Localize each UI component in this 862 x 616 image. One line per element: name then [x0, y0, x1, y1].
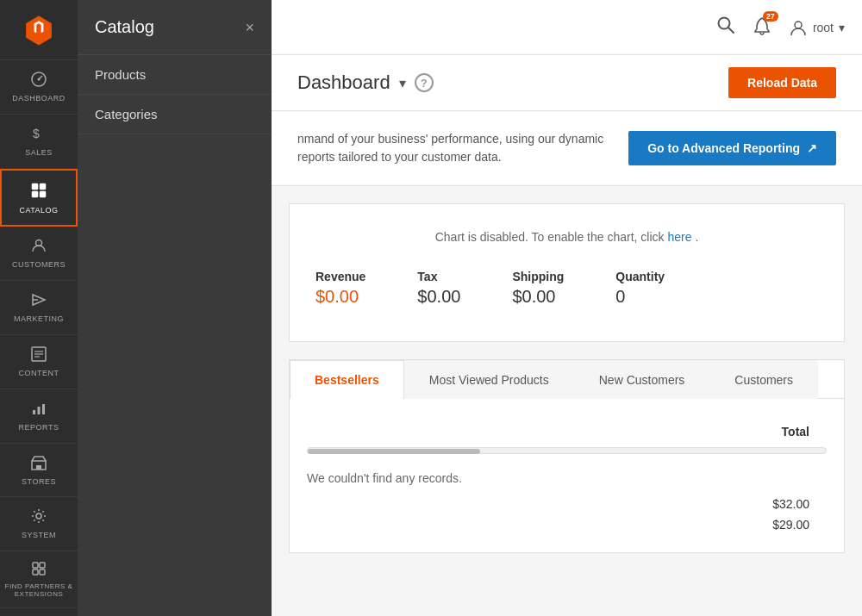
system-icon: [30, 507, 47, 527]
tab-new-customers[interactable]: New Customers: [574, 360, 710, 399]
stat-quantity: Quantity 0: [615, 270, 665, 307]
price-row-2: $29.00: [307, 514, 827, 535]
stores-icon: [30, 454, 47, 474]
page-title-bar: Dashboard ▾ ? Reload Data: [272, 55, 862, 111]
sidebar-item-marketing[interactable]: MARKETING: [0, 281, 78, 335]
stat-shipping: Shipping $0.00: [512, 270, 564, 307]
content-icon: [30, 345, 47, 365]
price-row-1: $32.00: [307, 494, 827, 514]
svg-line-25: [728, 28, 734, 33]
scrollbar-thumb: [308, 449, 480, 454]
external-link-icon: ↗: [807, 141, 817, 155]
notifications-button[interactable]: 27: [753, 16, 771, 39]
catalog-panel: Catalog × Products Categories: [78, 0, 272, 616]
horizontal-scrollbar[interactable]: [307, 447, 827, 454]
notification-count: 27: [763, 11, 778, 22]
sidebar-item-reports[interactable]: REPORTS: [0, 389, 78, 444]
sidebar-item-label: STORES: [22, 477, 56, 487]
svg-rect-5: [32, 191, 38, 197]
chart-enable-link[interactable]: here: [667, 230, 691, 244]
sidebar-item-label: DASHBOARD: [12, 94, 66, 103]
tab-bestsellers[interactable]: Bestsellers: [290, 360, 404, 399]
sidebar-item-label: FIND PARTNERS & EXTENSIONS: [4, 583, 73, 599]
advanced-reporting-button[interactable]: Go to Advanced Reporting ↗: [628, 131, 836, 165]
chart-section: Chart is disabled. To enable the chart, …: [289, 203, 845, 342]
sidebar-item-find-partners[interactable]: FIND PARTNERS & EXTENSIONS: [0, 551, 78, 608]
svg-rect-20: [33, 563, 38, 568]
shipping-label: Shipping: [512, 270, 564, 283]
sidebar-item-label: CUSTOMERS: [12, 260, 66, 270]
svg-text:$: $: [33, 127, 40, 140]
sidebar-item-sales[interactable]: $ SALES: [0, 115, 78, 169]
catalog-close-button[interactable]: ×: [245, 20, 254, 35]
svg-rect-16: [42, 404, 45, 414]
svg-rect-4: [40, 184, 46, 190]
advanced-reporting-text: nmand of your business' performance, usi…: [297, 130, 621, 166]
revenue-label: Revenue: [315, 270, 365, 283]
tab-customers[interactable]: Customers: [709, 360, 818, 399]
stats-row: Revenue $0.00 Tax $0.00 Shipping $0.00 Q…: [315, 261, 818, 324]
partners-icon: [30, 560, 47, 580]
svg-rect-15: [38, 407, 41, 414]
tax-value: $0.00: [417, 287, 460, 307]
user-dropdown-arrow: ▾: [839, 21, 845, 34]
title-dropdown-arrow[interactable]: ▾: [399, 75, 406, 91]
page-title: Dashboard: [297, 72, 390, 94]
logo-area[interactable]: [0, 0, 78, 60]
sidebar-item-label: SALES: [25, 148, 53, 158]
reports-icon: [30, 400, 47, 420]
page-body: Dashboard ▾ ? Reload Data nmand of your …: [272, 55, 862, 616]
sidebar-item-customers[interactable]: CUSTOMERS: [0, 227, 78, 281]
svg-point-1: [38, 78, 41, 81]
reload-data-button[interactable]: Reload Data: [728, 67, 836, 98]
sidebar-item-dashboard[interactable]: DASHBOARD: [0, 60, 78, 115]
svg-rect-6: [40, 191, 46, 197]
sidebar-item-label: CATALOG: [19, 206, 58, 215]
revenue-value: $0.00: [315, 287, 365, 307]
user-name: root: [813, 21, 834, 34]
sidebar-item-label: MARKETING: [14, 314, 64, 324]
stat-tax: Tax $0.00: [417, 270, 460, 307]
catalog-header: Catalog ×: [78, 0, 272, 55]
tab-most-viewed[interactable]: Most Viewed Products: [404, 360, 574, 399]
sidebar-item-stores[interactable]: STORES: [0, 444, 78, 498]
tabs-header: Bestsellers Most Viewed Products New Cus…: [290, 360, 844, 399]
sidebar-item-label: REPORTS: [19, 423, 59, 432]
stat-revenue: Revenue $0.00: [315, 270, 365, 307]
sales-icon: $: [30, 125, 47, 145]
shipping-value: $0.00: [512, 287, 564, 307]
svg-rect-18: [36, 465, 41, 470]
main-content: 27 root ▾ Dashboard ▾ ? Reload Data nman…: [272, 0, 862, 616]
chart-disabled-suffix: .: [695, 230, 698, 244]
total-column-header: Total: [782, 425, 827, 439]
dashboard-icon: [30, 71, 47, 90]
chart-disabled-text: Chart is disabled. To enable the chart, …: [435, 230, 665, 244]
customers-icon: [30, 237, 47, 257]
catalog-title: Catalog: [95, 17, 154, 37]
magento-logo: [23, 15, 54, 46]
search-icon[interactable]: [716, 16, 735, 39]
sidebar-item-catalog[interactable]: CATALOG: [0, 169, 78, 227]
svg-rect-22: [33, 569, 38, 575]
sidebar-item-content[interactable]: CONTENT: [0, 335, 78, 389]
no-records-message: We couldn't find any records.: [307, 463, 827, 494]
catalog-icon: [29, 181, 48, 202]
svg-rect-14: [33, 410, 35, 414]
svg-point-19: [36, 513, 41, 519]
svg-rect-23: [40, 569, 45, 575]
svg-rect-21: [40, 563, 45, 568]
quantity-value: 0: [615, 287, 665, 307]
table-header-row: Total: [307, 416, 827, 447]
svg-rect-3: [32, 184, 38, 190]
catalog-menu-categories[interactable]: Categories: [78, 95, 272, 134]
icon-sidebar: DASHBOARD $ SALES CATALOG CUSTOMERS MARK…: [0, 0, 78, 616]
catalog-menu-products[interactable]: Products: [78, 55, 272, 95]
user-icon: [789, 18, 808, 37]
chart-disabled-message: Chart is disabled. To enable the chart, …: [315, 221, 818, 261]
help-icon[interactable]: ?: [415, 73, 434, 92]
tax-label: Tax: [417, 270, 460, 283]
svg-point-26: [795, 22, 802, 28]
sidebar-item-system[interactable]: SYSTEM: [0, 497, 78, 551]
advanced-reporting-button-label: Go to Advanced Reporting: [647, 141, 800, 155]
user-menu-button[interactable]: root ▾: [789, 18, 845, 37]
